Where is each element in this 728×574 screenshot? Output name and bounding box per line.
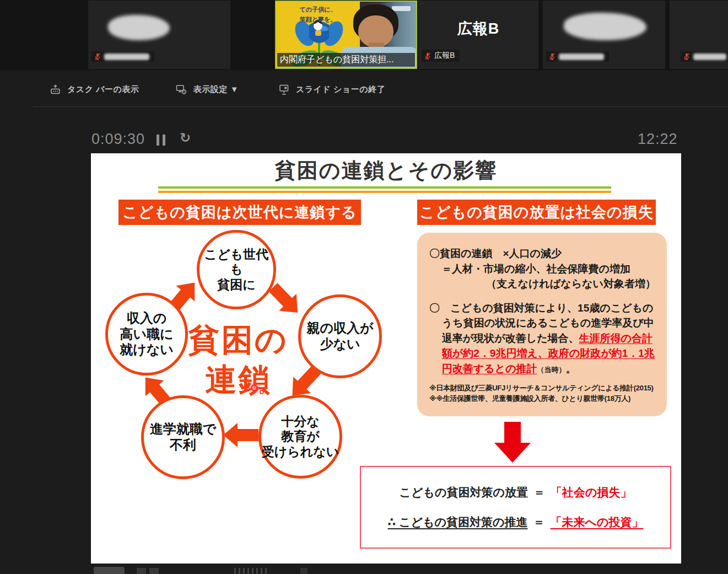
participant-label: 広報B: [422, 50, 460, 62]
participant-label-text: 広報B: [434, 51, 455, 61]
laser-pointer-dot-small: [260, 390, 264, 394]
active-speaker-name: 内閣府子どもの貧困対策担...: [277, 53, 415, 67]
active-speaker-tile[interactable]: ての子供に、 笑顔と夢を。 内閣府: [275, 1, 417, 69]
show-taskbar-label: タスク バーの表示: [67, 84, 139, 95]
down-arrow: [504, 422, 521, 443]
info-bullet2: 〇 こどもの貧困対策により、15歳のこどものうち貧困の状況にあるこどもの進学率及…: [429, 301, 657, 377]
end-slideshow-button[interactable]: スライド ショーの終了: [278, 84, 385, 95]
pause-timer-button[interactable]: [157, 135, 165, 146]
end-slideshow-icon: [278, 84, 290, 95]
conclusion2-subject: ∴ こどもの貧困対策の推進: [388, 516, 528, 528]
display-settings-button[interactable]: 表示設定 ▼: [175, 84, 239, 95]
conclusion-box: こどもの貧困対策の放置＝「社会の損失」 ∴ こどもの貧困対策の推進＝「未来への投…: [360, 466, 671, 549]
conclusion1-subject: こどもの貧困対策の放置: [400, 486, 528, 498]
footnote-2: ※※生活保護世帯、児童養護施設入所者、ひとり親世帯(18万人): [429, 394, 657, 404]
taskbar-icon: [50, 84, 61, 95]
muted-mic-icon: [94, 52, 101, 61]
display-settings-icon: [175, 84, 187, 95]
cycle-node-education: 十分な 教育が 受けられない: [258, 395, 342, 479]
footnote-1: ※日本財団及び三菱UFJリサーチ＆コンサルティングによる推計(2015): [429, 383, 657, 394]
cycle-center-label: 貧困の 連鎖: [174, 320, 303, 400]
redacted-participant-name: [564, 13, 646, 40]
video-strip: ての子供に、 笑顔と夢を。 内閣府: [0, 0, 728, 70]
redacted-label-text: [104, 53, 149, 60]
elapsed-timer: 0:09:30: [91, 131, 145, 148]
redacted-participant-name: [108, 15, 170, 40]
footnotes: ※日本財団及び三菱UFJリサーチ＆コンサルティングによる推計(2015) ※※生…: [429, 383, 657, 404]
cropped-bottom-ui: [300, 568, 308, 574]
cropped-bottom-ui: [137, 568, 146, 574]
conclusion-line-2: ∴ こどもの貧困対策の推進＝「未来への投資」: [388, 514, 644, 530]
participant-label: [546, 51, 609, 62]
conclusion2-equals: ＝: [527, 516, 550, 528]
cropped-bottom-ui: [234, 568, 268, 574]
info-bullet1-line1: 〇貧困の連鎖 ×人口の減少: [429, 246, 657, 261]
show-taskbar-button[interactable]: タスク バーの表示: [50, 84, 139, 95]
laser-pointer-dot: [251, 384, 258, 391]
info-bullet2-period: 。: [566, 363, 576, 374]
clock-display: 12:22: [638, 131, 678, 148]
cropped-bottom-ui: [149, 568, 159, 574]
participant-tile-5[interactable]: [670, 1, 728, 69]
social-loss-info-box: 〇貧困の連鎖 ×人口の減少 ＝人材・市場の縮小、社会保障費の増加 （支えなければ…: [417, 233, 667, 416]
participant-label: [91, 51, 154, 62]
muted-mic-icon: [683, 52, 691, 61]
toolbar-separator: [33, 106, 728, 107]
muted-mic-icon: [548, 52, 556, 61]
muted-mic-icon: [424, 52, 432, 60]
info-bullet2-paren: （当時）: [537, 366, 566, 374]
left-banner: こどもの貧困は次世代に連鎖する: [118, 200, 361, 225]
info-bullet1-line2: ＝人材・市場の縮小、社会保障費の増加: [429, 261, 657, 277]
restart-timer-button[interactable]: ↻: [180, 130, 191, 146]
redacted-label-text: [559, 53, 604, 60]
down-arrow-head: [494, 443, 531, 463]
conclusion1-result: 「社会の損失」: [551, 486, 632, 498]
poster-slogan: ての子供に、 笑顔と夢を。: [276, 5, 360, 24]
slide-title: 貧困の連鎖とその影響: [91, 157, 681, 185]
conclusion2-result: 「未来への投資」: [550, 516, 643, 528]
cycle-node-parent-income: 親の収入が 少ない: [298, 294, 382, 378]
participant-label: [681, 51, 728, 62]
title-underline-orange: [158, 191, 611, 193]
conclusion-line-1: こどもの貧困対策の放置＝「社会の損失」: [400, 485, 632, 500]
cropped-bottom-ui: [94, 567, 125, 574]
cycle-node-child-generation: こども世代も 貧困に: [197, 230, 276, 309]
info-bullet1-line3: （支えなければならない対象者増）: [429, 276, 657, 292]
conclusion1-equals: ＝: [528, 486, 551, 498]
participant-tile-koho[interactable]: 広報B 広報B: [418, 1, 538, 69]
right-banner: こどもの貧困の放置は社会の損失: [417, 200, 656, 225]
redacted-label-text: [693, 53, 726, 60]
meeting-window: ての子供に、 笑顔と夢を。 内閣府: [0, 0, 728, 574]
display-settings-label: 表示設定 ▼: [193, 84, 239, 95]
participant-tile-1[interactable]: [88, 1, 230, 69]
cycle-node-disadvantage: 進学就職で 不利: [141, 395, 225, 479]
presentation-slide[interactable]: 貧困の連鎖とその影響 こどもの貧困は次世代に連鎖する こどもの貧困の放置は社会の…: [91, 153, 681, 564]
participant-tile-4[interactable]: [543, 1, 665, 69]
ceiling-light: [392, 6, 411, 11]
participant-display-name: 広報B: [418, 19, 538, 39]
end-slideshow-label: スライド ショーの終了: [296, 84, 385, 95]
title-underline-green: [158, 186, 611, 189]
